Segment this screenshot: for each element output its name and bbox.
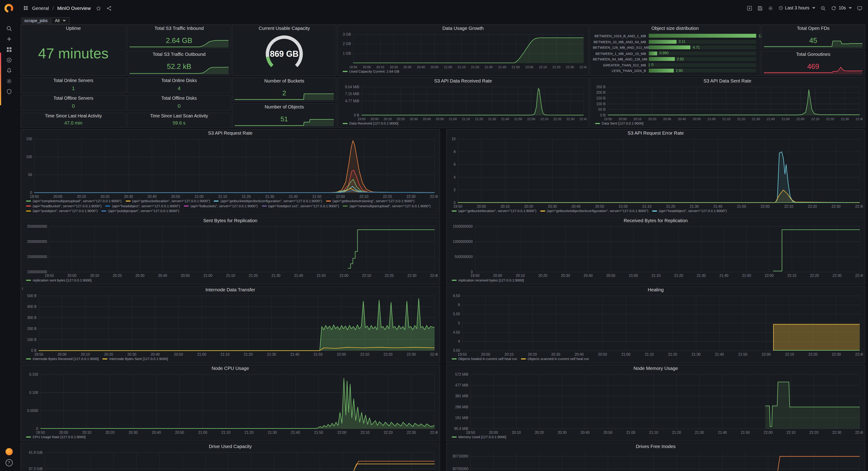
timeseries-chart[interactable]: 1000000000150000000020000000002500000000… (23, 225, 438, 278)
add-panel-icon[interactable] (747, 5, 752, 11)
bargauge-row[interactable]: BETWEEN_1024_B_AND_1_MB12.1 (593, 33, 756, 38)
legend-item[interactable]: (api="listbuckets", server="127.0.0.1:90… (184, 204, 258, 208)
zoom-out-icon[interactable] (820, 5, 826, 11)
timeseries-chart[interactable]: 05010015019:5020:0020:1020:2020:3020:402… (23, 138, 438, 199)
panel-title[interactable]: Total Offline Disks (127, 95, 231, 101)
alerting-bell-icon[interactable] (0, 66, 18, 76)
panel-title[interactable]: Received Bytes for Replication (446, 217, 865, 224)
share-icon[interactable] (106, 5, 112, 11)
legend-item[interactable]: (api="getbucketlocation", server="127.0.… (125, 199, 210, 203)
bargauge-row[interactable]: BETWEEN_10_MB_AND_64_MB3.11 (593, 39, 756, 44)
legend-item[interactable]: (api="newmultipartupload", server="127.0… (343, 204, 431, 208)
bargauge-row[interactable]: BETWEEN_64_MB_AND_128_MB2.92 (593, 57, 756, 62)
panel-title[interactable]: Number of Buckets (232, 78, 336, 85)
timeseries-chart[interactable]: 3.5044.5055.5066.5019:5020:0020:1020:202… (448, 294, 863, 357)
legend-item[interactable]: Objects scanned in current self heal run (521, 357, 589, 361)
bargauge-row[interactable]: GREATER_THAN_512_MB0 (593, 62, 756, 67)
panel-title[interactable]: Uptime (21, 25, 126, 32)
star-icon[interactable] (96, 5, 101, 11)
panel-title[interactable]: Total S3 Traffic Outbound (127, 51, 231, 58)
legend-item[interactable]: Internode Bytes Sent [127.0.0.1:9000] (103, 357, 168, 361)
timeseries-chart[interactable]: 0 B4.77 MiB7.15 MiB9.54 MiB19:5020:0020:… (339, 85, 587, 121)
panel-title[interactable]: Current Usable Capacity (232, 25, 336, 32)
legend-item[interactable]: (api="getbucketobjectlockconfiguration",… (214, 199, 322, 203)
breadcrumb[interactable]: General / MinIO Overview (32, 5, 91, 11)
legend-item[interactable]: (api="listobject sv2", server="127.0.0.1… (261, 204, 339, 208)
panel-title[interactable]: Node Memory Usage (446, 365, 865, 372)
legend-item[interactable]: replication sent bytes [127.0.0.1:9000] (26, 278, 91, 283)
legend-item[interactable]: (api="completemultipartupload", server="… (26, 199, 122, 203)
panel-title[interactable]: Total Open FDs (762, 25, 865, 32)
timeseries-chart[interactable]: 05000000001000000000150000000019:5020:00… (448, 225, 863, 278)
panel-title[interactable]: S3 API Request Rate (21, 129, 439, 137)
plus-icon[interactable] (0, 34, 18, 43)
legend-item[interactable]: (api="putobject", server="127.0.0.1:9000… (26, 209, 98, 213)
panel-title[interactable]: Total Online Disks (127, 78, 231, 84)
refresh-interval-picker[interactable]: 10s (839, 5, 852, 10)
panel-title[interactable]: Total Online Servers (21, 78, 126, 84)
panel-title[interactable]: Total Goroutines (762, 51, 865, 58)
panel-title[interactable]: Object size distribution (590, 25, 760, 32)
panel-title[interactable]: S3 API Data Sent Rate (590, 78, 865, 85)
grafana-logo[interactable] (0, 0, 18, 17)
legend-item[interactable]: CPU Usage Rate [127.0.0.1:9000] (26, 435, 86, 439)
refresh-icon[interactable] (831, 5, 837, 11)
legend-item[interactable]: (api="headbucket", server="127.0.0.1:900… (26, 204, 101, 208)
tv-kiosk-icon[interactable] (857, 5, 863, 11)
dashboard-grid-icon[interactable] (23, 5, 28, 10)
timeseries-chart[interactable]: 307050003071000019:5020:0020:1020:2020:3… (448, 451, 863, 471)
timeseries-chart[interactable]: 1 GB2 GB3 GB19:5020:0020:1020:2020:3020:… (339, 33, 587, 69)
capacity-gauge[interactable]: 869 GB (234, 33, 334, 74)
server-admin-shield-icon[interactable] (0, 87, 18, 96)
timeseries-chart[interactable]: 0 B100 B200 B300 B400 B500 B19:5020:0020… (23, 294, 438, 357)
panel-title[interactable]: Time Since Last Scan Activity (127, 113, 231, 119)
timeseries-chart[interactable]: 00.05000.1000.15019:5020:0020:1020:2020:… (23, 373, 438, 435)
legend-item[interactable]: Memory Used [127.0.0.1:9000] (452, 435, 506, 439)
panel-title[interactable]: Sent Bytes for Replication (21, 217, 439, 224)
save-icon[interactable] (757, 5, 763, 11)
timeseries-chart[interactable]: 024681019:5020:0020:1020:2020:3020:4020:… (448, 138, 863, 209)
legend-item[interactable]: (api="headobject", server="127.0.0.1:900… (652, 209, 727, 213)
timeseries-chart[interactable]: 95.4 MiB191 MiB286 MiB381 MiB477 MiB572 … (448, 373, 863, 435)
bargauge-row[interactable]: BETWEEN_1_MB_AND_10_MB0.960 (593, 51, 756, 56)
panel-title[interactable]: Number of Objects (232, 104, 336, 111)
breadcrumb-section[interactable]: General (32, 5, 49, 11)
legend-item[interactable]: Data Sent [127.0.0.1:9000] (595, 121, 644, 126)
panel-title[interactable]: Node CPU Usage (21, 365, 439, 372)
user-avatar[interactable] (5, 448, 12, 455)
panel-title[interactable]: Drive Used Capacity (21, 443, 439, 450)
panel-title[interactable]: Time Since Last Heal Activity (21, 113, 126, 119)
legend-item[interactable]: Data Received [127.0.0.1:9000] (343, 121, 398, 126)
bargauge-row[interactable]: LESS_THAN_1024_B2.80 (593, 68, 756, 73)
panel-title[interactable]: Total Offline Servers (21, 95, 126, 101)
timeseries-chart[interactable]: 37.3 GiB41.9 GiB19:5020:0020:1020:2020:3… (23, 451, 438, 471)
panel-title[interactable]: Total S3 Traffic Inbound (127, 25, 231, 32)
panel-title[interactable]: Drives Free Inodes (446, 443, 865, 450)
legend-item[interactable]: Internode Bytes Received [127.0.0.1:9000… (26, 357, 99, 361)
time-range-picker[interactable]: Last 3 hours (778, 5, 816, 10)
panel-title[interactable]: S3 API Data Received Rate (338, 78, 589, 85)
panel-title[interactable]: Internode Data Transfer (21, 286, 439, 293)
bargauge-row[interactable]: BETWEEN_128_MB_AND_512_MB4.71 (593, 45, 756, 50)
explore-compass-icon[interactable] (0, 55, 18, 65)
search-icon[interactable] (0, 24, 18, 33)
help-icon[interactable]: ? (5, 459, 12, 466)
legend-item[interactable]: (api="getbucketversioning", server="127.… (326, 199, 414, 203)
panel-info-icon[interactable]: i (22, 287, 23, 290)
dashboards-icon[interactable] (0, 45, 18, 54)
panel-title[interactable]: Healing (446, 286, 865, 293)
legend-item[interactable]: (api="getbucketlocation", server="127.0.… (452, 209, 536, 213)
legend-item[interactable]: (api="putobjectpart", server="127.0.0.1:… (101, 209, 179, 213)
page-title[interactable]: MinIO Overview (57, 5, 91, 11)
settings-gear-icon[interactable] (768, 5, 773, 11)
legend-item[interactable]: Used Capacity Current: 2.64 GB (343, 69, 399, 73)
legend-item[interactable]: replication received bytes [127.0.0.1:90… (452, 278, 524, 283)
legend-item[interactable]: Objects healed in current self heal run (452, 357, 517, 361)
timeseries-chart[interactable]: 0 B50 B100 B150 B200 B250 B19:5020:0020:… (592, 85, 863, 121)
legend-item[interactable]: (api="getbucketobjectlockconfiguration",… (540, 209, 649, 213)
variable-value-dropdown[interactable]: All (51, 17, 69, 24)
configuration-gear-icon[interactable] (0, 77, 18, 86)
panel-title[interactable]: S3 API Request Error Rate (446, 129, 865, 137)
legend-item[interactable]: (api="headobject", server="127.0.0.1:900… (105, 204, 180, 208)
panel-title[interactable]: Data Usage Growth (338, 25, 589, 32)
